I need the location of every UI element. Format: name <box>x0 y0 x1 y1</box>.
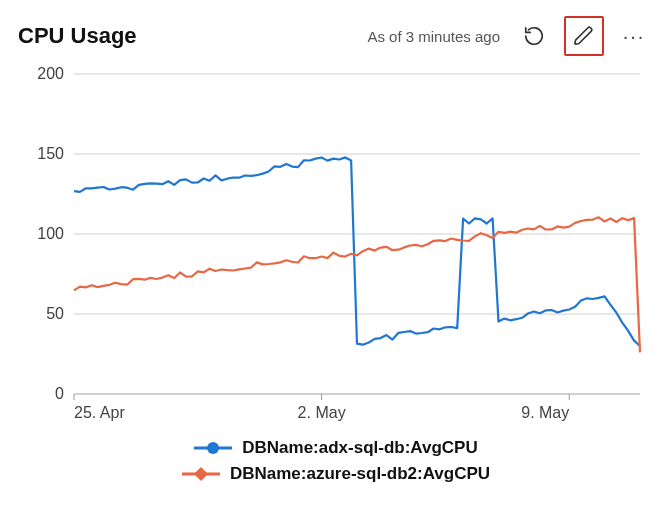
legend-label: DBName:azure-sql-db2:AvgCPU <box>230 464 490 484</box>
chart-panel: CPU Usage As of 3 minutes ago ··· 050100… <box>0 0 672 532</box>
header-controls: As of 3 minutes ago ··· <box>367 16 654 56</box>
chart-legend: DBName:adx-sql-db:AvgCPU DBName:azure-sq… <box>18 438 654 484</box>
legend-item-2[interactable]: DBName:azure-sql-db2:AvgCPU <box>182 464 490 484</box>
edit-button[interactable] <box>564 16 604 56</box>
svg-text:100: 100 <box>37 225 64 242</box>
legend-marker-diamond-icon <box>182 467 220 481</box>
svg-text:200: 200 <box>37 65 64 82</box>
svg-text:150: 150 <box>37 145 64 162</box>
chart-svg: 05010015020025. Apr2. May9. May <box>18 64 654 434</box>
chart-header: CPU Usage As of 3 minutes ago ··· <box>18 16 654 56</box>
svg-text:0: 0 <box>55 385 64 402</box>
svg-text:2. May: 2. May <box>298 404 346 421</box>
ellipsis-icon: ··· <box>623 26 646 46</box>
svg-text:50: 50 <box>46 305 64 322</box>
refresh-button[interactable] <box>514 16 554 56</box>
more-button[interactable]: ··· <box>614 16 654 56</box>
chart-title: CPU Usage <box>18 23 137 49</box>
svg-text:9. May: 9. May <box>521 404 569 421</box>
svg-text:25. Apr: 25. Apr <box>74 404 125 421</box>
legend-marker-circle-icon <box>194 441 232 455</box>
legend-item-1[interactable]: DBName:adx-sql-db:AvgCPU <box>194 438 478 458</box>
legend-label: DBName:adx-sql-db:AvgCPU <box>242 438 478 458</box>
last-refresh-text: As of 3 minutes ago <box>367 28 500 45</box>
chart-plot-area: 05010015020025. Apr2. May9. May <box>18 64 654 434</box>
